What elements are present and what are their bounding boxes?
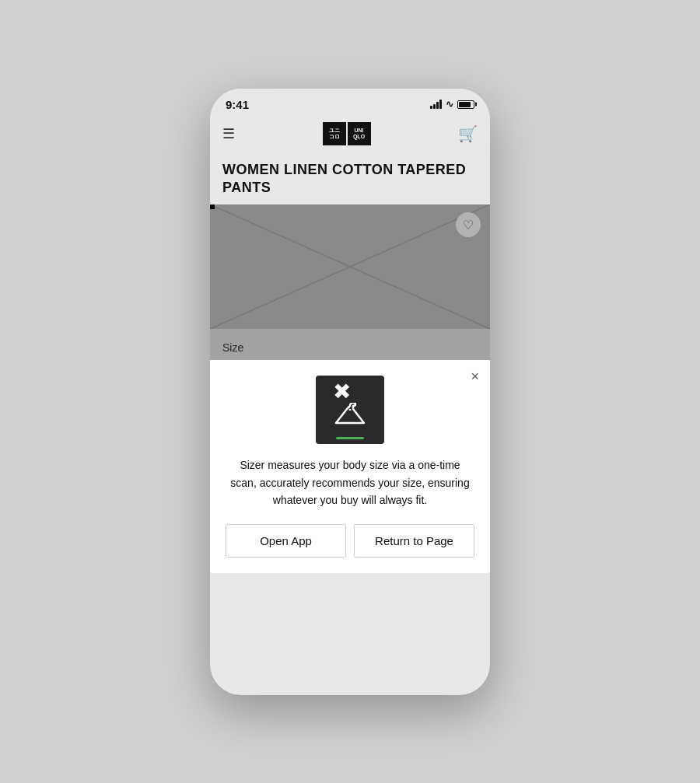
product-image-area: ♡ × ✖ — [210, 204, 490, 329]
modal-icon-wrap: ✖ — [226, 376, 474, 444]
status-time: 9:41 — [226, 98, 249, 111]
battery-icon — [457, 100, 474, 109]
wifi-icon: ∿ — [446, 99, 453, 110]
logo-block-left: ユニコロ — [323, 122, 346, 145]
hanger-icon: ✖ — [333, 381, 367, 431]
page-wrapper: 9:41 ∿ ☰ ユニコロ UNIQLO 🛒 — [0, 0, 700, 783]
nav-bar: ☰ ユニコロ UNIQLO 🛒 — [210, 116, 490, 155]
logo-block-right: UNIQLO — [348, 122, 371, 145]
return-to-page-button[interactable]: Return to Page — [354, 524, 474, 558]
modal-description: Sizer measures your body size via a one-… — [226, 456, 474, 509]
product-title: WOMEN LINEN COTTON TAPERED PANTS — [222, 161, 478, 197]
sizer-icon-box: ✖ — [316, 376, 384, 444]
signal-icon — [430, 100, 442, 109]
open-app-button[interactable]: Open App — [226, 524, 346, 558]
modal-buttons: Open App Return to Page — [226, 524, 474, 558]
uniqlo-logo: ユニコロ UNIQLO — [323, 122, 371, 145]
status-icons: ∿ — [430, 99, 474, 110]
phone-frame: 9:41 ∿ ☰ ユニコロ UNIQLO 🛒 — [210, 89, 490, 695]
modal-close-button[interactable]: × — [471, 369, 479, 383]
hamburger-icon[interactable]: ☰ — [222, 125, 235, 142]
status-bar: 9:41 ∿ — [210, 89, 490, 116]
cart-icon[interactable]: 🛒 — [458, 124, 478, 143]
sizer-modal: × ✖ Sizer measures your — [210, 360, 490, 573]
product-title-section: WOMEN LINEN COTTON TAPERED PANTS — [210, 155, 490, 205]
modal-overlay: × ✖ Sizer measures your — [210, 204, 490, 360]
green-line — [336, 437, 364, 439]
